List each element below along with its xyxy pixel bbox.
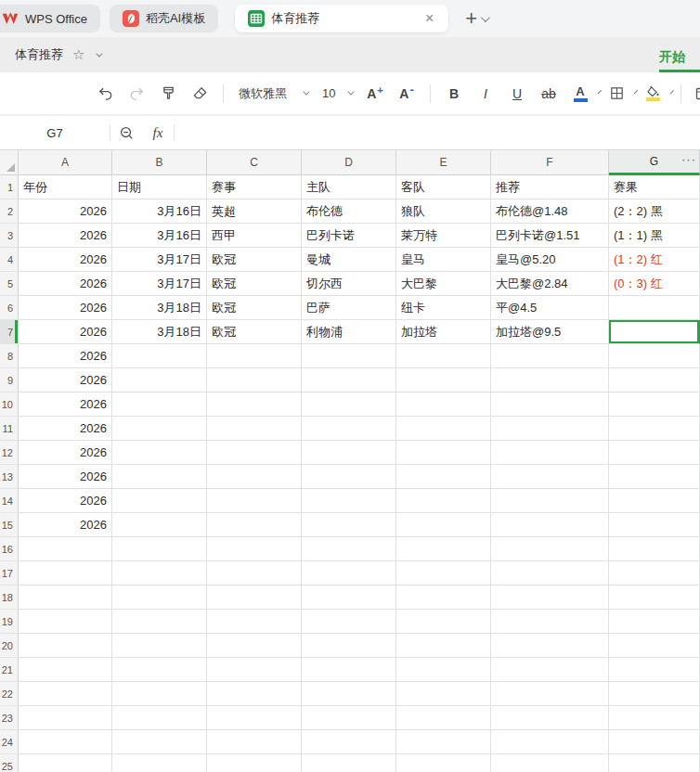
cell-A10[interactable]: 2026 <box>19 392 112 417</box>
cell-D1[interactable]: 主队 <box>302 175 396 199</box>
cell-E20[interactable] <box>396 634 491 658</box>
cell-A19[interactable] <box>19 610 112 634</box>
cell-A15[interactable]: 2026 <box>19 513 112 537</box>
row-header-7[interactable]: 7 <box>0 320 19 344</box>
cell-D17[interactable] <box>302 561 396 585</box>
cell-E3[interactable]: 莱万特 <box>396 224 491 248</box>
cell-C11[interactable] <box>207 417 302 441</box>
cell-F17[interactable] <box>491 561 609 585</box>
cell-D10[interactable] <box>302 392 396 417</box>
cell-B17[interactable] <box>112 561 207 585</box>
redo-button[interactable] <box>123 80 150 108</box>
cell-E12[interactable] <box>396 441 491 465</box>
cell-A11[interactable]: 2026 <box>19 417 112 441</box>
cell-A17[interactable] <box>19 561 112 585</box>
cell-A1[interactable]: 年份 <box>19 175 112 199</box>
column-header-E[interactable]: E <box>396 150 491 175</box>
favorite-star-icon[interactable]: ☆ <box>72 46 84 63</box>
increase-font-size-button[interactable]: A+ <box>361 80 389 108</box>
cell-G5[interactable]: (0：3) 红 <box>609 272 700 296</box>
cell-G25[interactable] <box>609 754 700 772</box>
cell-D11[interactable] <box>302 417 396 441</box>
cell-E21[interactable] <box>396 658 491 682</box>
cell-G13[interactable] <box>609 465 700 489</box>
undo-button[interactable] <box>91 80 119 108</box>
row-header-21[interactable]: 21 <box>0 658 19 682</box>
cell-C7[interactable]: 欧冠 <box>207 320 302 344</box>
cell-B23[interactable] <box>112 706 207 730</box>
cell-F18[interactable] <box>491 585 609 610</box>
cell-C19[interactable] <box>207 610 302 634</box>
cell-A18[interactable] <box>19 585 112 610</box>
strikethrough-button[interactable]: ab <box>535 80 563 108</box>
cell-B10[interactable] <box>112 392 207 417</box>
cell-D21[interactable] <box>302 658 396 682</box>
cell-G17[interactable] <box>609 561 700 585</box>
cell-A23[interactable] <box>19 706 112 730</box>
cell-F11[interactable] <box>491 417 609 441</box>
cell-C14[interactable] <box>207 489 302 513</box>
cell-E17[interactable] <box>396 561 491 585</box>
cell-A16[interactable] <box>19 537 112 561</box>
cell-C25[interactable] <box>207 754 302 772</box>
cell-B2[interactable]: 3月16日 <box>112 199 207 224</box>
cell-E15[interactable] <box>396 513 491 537</box>
row-header-19[interactable]: 19 <box>0 610 19 634</box>
cell-E7[interactable]: 加拉塔 <box>396 320 491 344</box>
row-header-3[interactable]: 3 <box>0 224 19 248</box>
cell-G4[interactable]: (1：2) 红 <box>609 248 700 272</box>
cell-A20[interactable] <box>19 634 112 658</box>
cell-G6[interactable] <box>609 296 700 320</box>
row-header-17[interactable]: 17 <box>0 561 19 585</box>
cell-C4[interactable]: 欧冠 <box>207 248 302 272</box>
row-header-13[interactable]: 13 <box>0 465 19 489</box>
file-menu-chevron-icon[interactable] <box>97 50 103 57</box>
tab-docer-ai-templates[interactable]: 稻壳AI模板 <box>110 5 218 32</box>
cell-A21[interactable] <box>19 658 112 682</box>
cell-G24[interactable] <box>609 730 700 754</box>
cell-A13[interactable]: 2026 <box>19 465 112 489</box>
cell-C15[interactable] <box>207 513 302 537</box>
cell-B15[interactable] <box>112 513 207 537</box>
cell-F25[interactable] <box>491 754 609 772</box>
row-header-10[interactable]: 10 <box>0 392 19 417</box>
row-header-22[interactable]: 22 <box>0 682 19 706</box>
cell-G3[interactable]: (1：1) 黑 <box>609 224 700 248</box>
formula-input[interactable] <box>175 116 700 149</box>
cell-B20[interactable] <box>112 634 207 658</box>
fill-color-button[interactable] <box>639 80 667 108</box>
cell-C8[interactable] <box>207 344 302 368</box>
row-header-14[interactable]: 14 <box>0 489 19 513</box>
cell-F13[interactable] <box>491 465 609 489</box>
cell-G7[interactable] <box>609 320 700 344</box>
cell-E16[interactable] <box>396 537 491 561</box>
cell-F10[interactable] <box>491 392 609 417</box>
row-header-15[interactable]: 15 <box>0 513 19 537</box>
cell-D12[interactable] <box>302 441 396 465</box>
cell-C16[interactable] <box>207 537 302 561</box>
close-tab-icon[interactable]: × <box>423 11 435 26</box>
cell-D13[interactable] <box>302 465 396 489</box>
cell-E11[interactable] <box>396 417 491 441</box>
cell-G20[interactable] <box>609 634 700 658</box>
cell-F23[interactable] <box>491 706 609 730</box>
cell-E1[interactable]: 客队 <box>396 175 491 199</box>
cell-A3[interactable]: 2026 <box>19 224 112 248</box>
cell-C10[interactable] <box>207 392 302 417</box>
cell-F9[interactable] <box>491 368 609 392</box>
cell-D14[interactable] <box>302 489 396 513</box>
tab-sports-recommendation[interactable]: 体育推荐 × <box>235 5 448 32</box>
cell-F5[interactable]: 大巴黎@2.84 <box>491 272 609 296</box>
column-header-C[interactable]: C <box>207 150 302 175</box>
font-color-chevron-icon[interactable] <box>598 90 602 94</box>
cell-C23[interactable] <box>207 706 302 730</box>
cell-G1[interactable]: 赛果 <box>609 175 700 199</box>
font-name-select[interactable]: 微软雅黑 <box>233 80 313 108</box>
cell-C9[interactable] <box>207 368 302 392</box>
cell-D5[interactable]: 切尔西 <box>302 272 396 296</box>
font-size-select[interactable]: 10 <box>317 80 357 108</box>
cell-G23[interactable] <box>609 706 700 730</box>
cell-G18[interactable] <box>609 585 700 610</box>
cell-G15[interactable] <box>609 513 700 537</box>
cell-D8[interactable] <box>302 344 396 368</box>
